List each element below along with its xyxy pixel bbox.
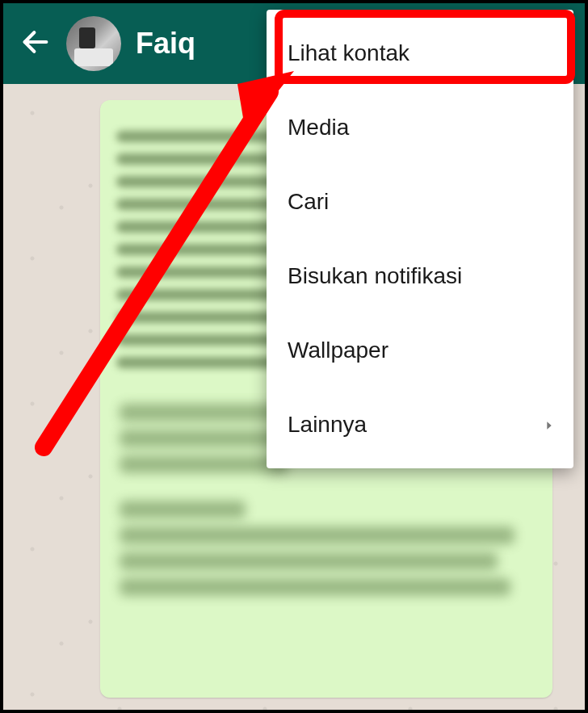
menu-item-view-contact[interactable]: Lihat kontak [267,16,573,90]
menu-item-media[interactable]: Media [267,90,573,165]
overflow-menu: Lihat kontak Media Cari Bisukan notifika… [267,10,573,468]
app-frame: Faiq Lihat k [3,3,585,710]
chevron-right-icon [543,412,556,438]
menu-item-search[interactable]: Cari [267,165,573,239]
menu-item-label: Cari [288,189,329,215]
menu-item-mute-notifications[interactable]: Bisukan notifikasi [267,239,573,313]
contact-name[interactable]: Faiq [136,27,195,61]
menu-item-label: Lainnya [288,412,367,438]
menu-item-label: Wallpaper [288,338,388,363]
back-arrow-icon[interactable] [19,26,52,61]
menu-item-label: Media [288,115,349,141]
menu-item-wallpaper[interactable]: Wallpaper [267,313,573,388]
menu-item-more[interactable]: Lainnya [267,388,573,462]
contact-avatar[interactable] [66,16,121,71]
menu-item-label: Lihat kontak [288,40,410,66]
menu-item-label: Bisukan notifikasi [288,263,462,289]
